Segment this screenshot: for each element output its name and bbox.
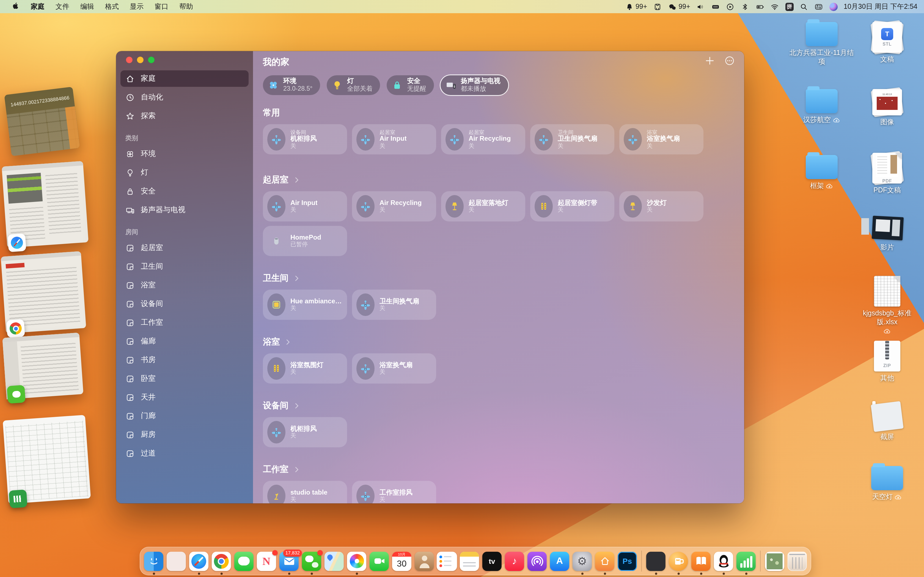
sidebar-room-living[interactable]: 起居室 — [120, 240, 249, 256]
dock-podcasts[interactable] — [527, 551, 547, 571]
sidebar-room-bedroom[interactable]: 卧室 — [120, 371, 249, 387]
sidebar-item-discover[interactable]: 探索 — [120, 108, 249, 124]
section-header-equipment-room[interactable]: 设备间 — [263, 400, 734, 412]
volume-icon[interactable] — [696, 2, 705, 11]
sidebar-room-porch[interactable]: 门廊 — [120, 408, 249, 424]
battery-charging-icon[interactable] — [756, 2, 764, 11]
wifi-icon[interactable] — [771, 2, 779, 11]
sidebar-room-study[interactable]: 书房 — [120, 352, 249, 368]
device-tile[interactable]: 浴室浴室换气扇关 — [619, 124, 703, 155]
play-circle-icon[interactable] — [726, 2, 735, 11]
device-tile[interactable]: 起居室Air Input关 — [352, 124, 436, 155]
input-method-icon[interactable]: 拼 — [785, 2, 794, 11]
pill-security[interactable]: 安全无提醒 — [387, 75, 434, 95]
dock-wechat[interactable] — [301, 551, 322, 571]
sidebar-room-bathroom[interactable]: 卫生间 — [120, 258, 249, 275]
spotlight-search-icon[interactable] — [800, 2, 809, 11]
device-tile[interactable]: Air Recycling关 — [352, 191, 436, 221]
control-center-icon[interactable] — [814, 2, 823, 11]
siri-icon[interactable] — [829, 2, 838, 11]
device-tile[interactable]: 浴室换气扇关 — [352, 353, 436, 384]
homepod-tile[interactable]: HomePod已暂停 — [263, 226, 347, 256]
dock-chrome[interactable] — [211, 551, 231, 571]
dock-appletv[interactable]: tv — [482, 551, 502, 571]
dock-game[interactable] — [668, 551, 688, 571]
device-tile[interactable]: 浴室氛围灯关 — [263, 353, 347, 384]
clock-datetime[interactable]: 10月30日 周日 下午2:54 — [844, 2, 918, 11]
vest-app-icon[interactable] — [653, 2, 662, 11]
stage-window-spreadsheet[interactable] — [3, 415, 91, 504]
device-tile[interactable]: 起居室侧灯带关 — [530, 191, 614, 221]
dock-image-file[interactable] — [764, 551, 785, 571]
dock-news[interactable]: N — [256, 551, 277, 571]
stage-window-wechat[interactable] — [2, 333, 84, 400]
device-tile[interactable]: 机柜排风关 — [263, 417, 347, 447]
more-options-button[interactable] — [723, 55, 735, 66]
menu-format[interactable]: 格式 — [100, 0, 124, 13]
desktop-icon-folder[interactable]: 北方兵器工业-11月结项 — [788, 22, 855, 66]
stage-window-safari[interactable] — [2, 161, 89, 248]
desktop-icon-xlsx[interactable]: kjgsdsbgb_标准版.xlsx — [854, 276, 921, 334]
zoom-button[interactable] — [148, 56, 155, 63]
menu-help[interactable]: 帮助 — [174, 0, 198, 13]
stage-window-calculator[interactable]: 144937.002172338884866 — [4, 87, 80, 156]
desktop-icon-images[interactable]: 11:40:13 图像 — [854, 89, 921, 127]
dock-finder[interactable] — [144, 551, 164, 571]
dock-trash[interactable] — [787, 551, 808, 571]
menu-window[interactable]: 窗口 — [150, 0, 173, 13]
sidebar-room-studio[interactable]: 工作室 — [120, 314, 249, 331]
sidebar-item-automation[interactable]: 自动化 — [120, 89, 249, 105]
battery-widget-icon[interactable] — [711, 2, 720, 11]
dock-facetime[interactable] — [369, 551, 389, 571]
device-tile[interactable]: 卫生间换气扇关 — [352, 290, 436, 320]
dock-reminders[interactable] — [437, 551, 457, 571]
device-tile[interactable]: Air Input关 — [263, 191, 347, 221]
dock-home[interactable] — [594, 551, 615, 571]
dock-mail[interactable]: 17,832 — [279, 551, 299, 571]
desktop-icon-folder-cloud[interactable]: 框架 — [788, 155, 855, 190]
dock-launchpad[interactable] — [166, 551, 186, 571]
desktop-icon-folder-cloud[interactable]: 天空灯 — [854, 466, 921, 501]
wechat-status[interactable]: 99+ — [668, 2, 690, 11]
dock-calendar[interactable]: 10月30 — [392, 551, 412, 571]
dock-safari[interactable] — [189, 551, 209, 571]
dock-messages[interactable] — [234, 551, 254, 571]
dock-maps[interactable] — [324, 551, 344, 571]
notification-status[interactable]: 99+ — [625, 2, 647, 11]
apple-menu[interactable] — [6, 0, 25, 13]
dock-stocks[interactable] — [736, 551, 756, 571]
menu-app-name[interactable]: 家庭 — [26, 0, 50, 13]
dock-photos[interactable] — [347, 551, 367, 571]
section-header-living-room[interactable]: 起居室 — [263, 174, 734, 186]
pill-speakers-tv[interactable]: 扬声器与电视都未播放 — [440, 75, 508, 95]
menu-file[interactable]: 文件 — [51, 0, 74, 13]
dock-contacts[interactable] — [414, 551, 435, 571]
dock-calculator[interactable] — [646, 551, 666, 571]
sidebar-room-patio[interactable]: 天井 — [120, 389, 249, 406]
sidebar-room-equipment[interactable]: 设备间 — [120, 296, 249, 312]
dock-qq[interactable] — [713, 551, 734, 571]
sidebar-item-security[interactable]: 安全 — [120, 183, 249, 200]
sidebar-room-hallway[interactable]: 过道 — [120, 445, 249, 462]
bluetooth-icon[interactable] — [741, 2, 750, 11]
device-tile[interactable]: 卫生间卫生间换气扇关 — [530, 124, 614, 155]
desktop-icon-zip[interactable]: ZIP 其他 — [854, 341, 921, 383]
device-tile[interactable]: studio table关 — [263, 481, 347, 503]
close-button[interactable] — [126, 56, 132, 63]
dock-appstore[interactable]: A — [549, 551, 570, 571]
desktop-icon-movies[interactable]: 影片 — [854, 215, 921, 252]
device-tile[interactable]: 设备间机柜排风关 — [263, 124, 347, 155]
desktop-icon-pdf[interactable]: PDF PDF文稿 — [854, 153, 921, 195]
device-tile[interactable]: 沙发灯关 — [619, 191, 703, 221]
dock-music[interactable]: ♪ — [504, 551, 525, 571]
section-header-bath[interactable]: 浴室 — [263, 336, 734, 348]
add-button[interactable] — [703, 55, 716, 66]
section-header-bathroom[interactable]: 卫生间 — [263, 272, 734, 284]
menu-edit[interactable]: 编辑 — [75, 0, 99, 13]
section-header-studio[interactable]: 工作室 — [263, 464, 734, 475]
desktop-icon-stl[interactable]: TSTL 文稿 — [854, 22, 921, 64]
menu-view[interactable]: 显示 — [125, 0, 149, 13]
pill-climate[interactable]: 环境23.0-28.5° — [263, 75, 320, 95]
desktop-icon-folder-cloud[interactable]: 汉莎航空 — [788, 89, 855, 124]
device-tile[interactable]: Hue ambiance…关 — [263, 290, 347, 320]
